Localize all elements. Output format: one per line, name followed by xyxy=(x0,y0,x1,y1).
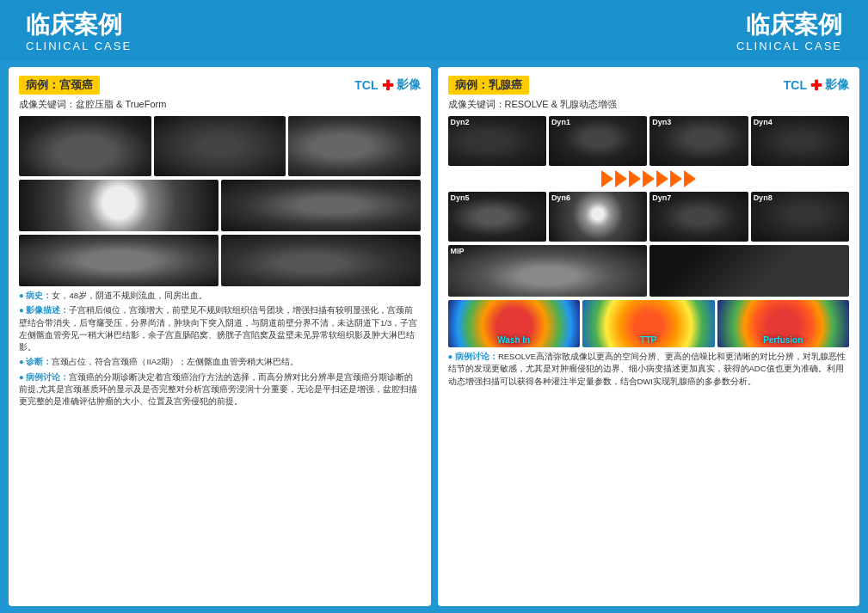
dyn8-img: Dyn8 xyxy=(751,192,849,242)
cervical-img-7 xyxy=(221,235,421,286)
dyn1-label: Dyn1 xyxy=(551,118,570,126)
dyn4-label: Dyn4 xyxy=(754,118,773,126)
dyn5-label: Dyn5 xyxy=(451,193,470,202)
right-case-badge: 病例：乳腺癌 xyxy=(448,76,529,95)
tcl-text-right: TCL xyxy=(784,78,807,92)
dyn1-img: Dyn1 xyxy=(549,116,647,166)
breast-dyn-row-2: Dyn5 Dyn6 Dyn7 Dyn8 xyxy=(448,192,850,242)
header-chinese-right: 临床案例 xyxy=(736,9,842,41)
case-history-block: ● 病史：女，48岁，阴道不规则流血，同房出血。 xyxy=(19,290,421,302)
cervical-img-3 xyxy=(288,116,421,176)
ttp-container: TTP xyxy=(582,300,715,347)
dyn3-img: Dyn3 xyxy=(649,116,748,166)
dyn6-label: Dyn6 xyxy=(551,193,570,202)
right-discussion-content: RESOLVE高清弥散成像以更高的空间分辨、更高的信噪比和更清晰的对比分辨，对乳… xyxy=(448,352,846,386)
dyn6-img: Dyn6 xyxy=(549,192,647,242)
diagnosis-content: 宫颈占位，符合宫颈癌（IIA2期）；左侧髂血血管旁稍大淋巴结。 xyxy=(52,357,299,366)
header-title-left: 临床案例 CLINICAL CASE xyxy=(26,9,132,52)
right-tcl-logo: TCL ✚ 影像 xyxy=(784,77,849,94)
cervical-img-1 xyxy=(19,116,151,176)
left-tcl-logo: TCL ✚ 影像 xyxy=(354,77,420,94)
cervical-images-bot xyxy=(19,235,421,286)
left-keywords: 成像关键词：盆腔压脂 & TrueForm xyxy=(19,98,421,111)
history-content: 女，48岁，阴道不规则流血，同房出血。 xyxy=(52,291,207,300)
header-english-left: CLINICAL CASE xyxy=(26,40,132,52)
ttp-label: TTP xyxy=(582,335,715,345)
wash-in-container: Wash In xyxy=(448,300,581,347)
left-text-section: ● 病史：女，48岁，阴道不规则流血，同房出血。 ● 影像描述：子宫稍后倾位，宫… xyxy=(19,290,421,598)
left-case-badge: 病例：宫颈癌 xyxy=(19,76,100,95)
mip-label: MIP xyxy=(451,247,465,255)
dyn5-img: Dyn5 xyxy=(448,192,546,242)
right-case-panel: 病例：乳腺癌 TCL ✚ 影像 成像关键词：RESOLVE & 乳腺动态增强 D… xyxy=(438,67,860,606)
cervical-images-mid xyxy=(19,180,421,231)
dyn3-label: Dyn3 xyxy=(652,118,671,126)
discussion-label-left: ● 病例讨论： xyxy=(19,372,69,382)
tcl-suffix-left: 影像 xyxy=(397,77,421,93)
discussion-block-right: ● 病例讨论：RESOLVE高清弥散成像以更高的空间分辨、更高的信噪比和更清晰的… xyxy=(448,351,850,598)
right-keywords: 成像关键词：RESOLVE & 乳腺动态增强 xyxy=(448,98,850,111)
dyn7-label: Dyn7 xyxy=(652,193,671,202)
dyn7-img: Dyn7 xyxy=(649,192,748,242)
header-english-right: CLINICAL CASE xyxy=(736,40,842,52)
arrows xyxy=(601,170,696,187)
perfusion-label: Perfusion xyxy=(717,335,850,345)
right-case-header: 病例：乳腺癌 TCL ✚ 影像 xyxy=(448,76,850,95)
cervical-images-top xyxy=(19,116,421,176)
right-discussion-text: ● 病例讨论：RESOLVE高清弥散成像以更高的空间分辨、更高的信噪比和更清晰的… xyxy=(448,351,850,388)
mip-img2 xyxy=(649,245,849,297)
left-case-header: 病例：宫颈癌 TCL ✚ 影像 xyxy=(19,76,421,95)
cervical-img-2 xyxy=(154,116,286,176)
tcl-cross-right: ✚ xyxy=(810,77,822,94)
wash-in-label: Wash In xyxy=(448,335,581,345)
arrow-5 xyxy=(656,170,668,187)
top-header: 临床案例 CLINICAL CASE 临床案例 CLINICAL CASE xyxy=(0,0,868,60)
arrow-6 xyxy=(670,170,682,187)
discussion-content-left: 宫颈癌的分期诊断决定着宫颈癌治疗方法的选择，而高分辨对比分辨率是宫颈癌分期诊断的… xyxy=(19,372,417,407)
diagnosis-block: ● 诊断：宫颈占位，符合宫颈癌（IIA2期）；左侧髂血血管旁稍大淋巴结。 xyxy=(19,356,421,368)
wash-row: Wash In TTP Perfusion xyxy=(448,300,850,347)
arrow-1 xyxy=(601,170,613,187)
tcl-cross-left: ✚ xyxy=(382,77,393,94)
mip-img: MIP xyxy=(448,245,648,297)
tcl-text-left: TCL xyxy=(354,78,378,92)
dyn8-label: Dyn8 xyxy=(754,193,773,202)
mip-row: MIP xyxy=(448,245,850,297)
arrow-row xyxy=(448,169,850,188)
header-chinese-left: 临床案例 xyxy=(26,9,132,41)
dyn2-img: Dyn2 xyxy=(448,116,546,166)
right-discussion-label: ● 病例讨论： xyxy=(448,352,498,361)
history-label: ● 病史： xyxy=(19,291,52,300)
left-case-panel: 病例：宫颈癌 TCL ✚ 影像 成像关键词：盆腔压脂 & TrueForm ● … xyxy=(9,67,431,606)
header-title-right: 临床案例 CLINICAL CASE xyxy=(736,9,842,52)
discussion-block-left: ● 病例讨论：宫颈癌的分期诊断决定着宫颈癌治疗方法的选择，而高分辨对比分辨率是宫… xyxy=(19,371,421,408)
cervical-img-5 xyxy=(221,180,421,231)
arrow-4 xyxy=(643,170,655,187)
diagnosis-label: ● 诊断： xyxy=(19,357,52,366)
main-content: 病例：宫颈癌 TCL ✚ 影像 成像关键词：盆腔压脂 & TrueForm ● … xyxy=(0,60,868,613)
cervical-img-4 xyxy=(19,180,219,231)
image-desc-label: ● 影像描述： xyxy=(19,305,69,315)
cervical-img-6 xyxy=(19,235,219,286)
arrow-3 xyxy=(629,170,641,187)
dyn4-img: Dyn4 xyxy=(751,116,849,166)
image-desc-block: ● 影像描述：子宫稍后倾位，宫颈增大，前壁见不规则软组织信号团块，增强扫描有较明… xyxy=(19,304,421,353)
tcl-suffix-right: 影像 xyxy=(825,77,849,93)
image-desc-content: 子宫稍后倾位，宫颈增大，前壁见不规则软组织信号团块，增强扫描有较明显强化，宫颈前… xyxy=(19,305,417,352)
arrow-2 xyxy=(615,170,627,187)
arrow-7 xyxy=(684,170,696,187)
breast-dyn-row-1: Dyn2 Dyn1 Dyn3 Dyn4 xyxy=(448,116,850,166)
dyn2-label: Dyn2 xyxy=(451,118,470,126)
perfusion-container: Perfusion xyxy=(717,300,850,347)
